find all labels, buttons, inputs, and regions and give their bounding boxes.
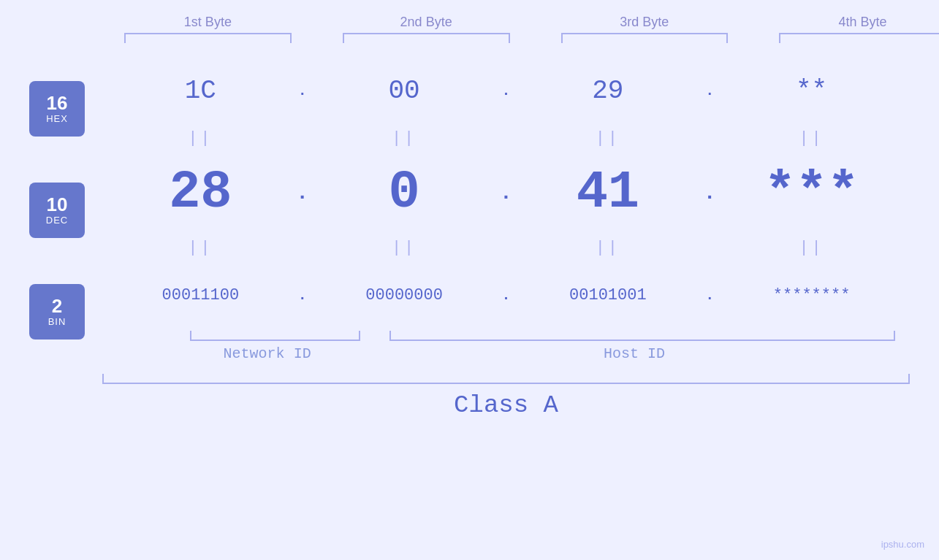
hex-byte-3: 29 (517, 76, 699, 106)
byte-headers: 1st Byte 2nd Byte 3rd Byte 4th Byte (80, 15, 939, 43)
hex-badge: 16 HEX (29, 81, 85, 137)
hex-byte-1: 1C (110, 76, 292, 106)
bracket-top-3 (561, 33, 729, 43)
dec-byte-1: 28 (110, 163, 292, 223)
hex-row: 1C . 00 . 29 . ** (102, 58, 910, 123)
main-container: 1st Byte 2nd Byte 3rd Byte 4th Byte 16 H… (0, 0, 939, 560)
byte-header-4: 4th Byte (764, 15, 939, 43)
dot-hex-3: . (699, 83, 721, 99)
dec-byte-4: *** (721, 163, 902, 223)
bin-byte-4: ******** (721, 286, 902, 304)
dot-dec-2: . (495, 182, 517, 204)
dot-bin-3: . (699, 287, 721, 304)
equal-2-1: || (110, 239, 292, 257)
watermark: ipshu.com (881, 539, 924, 550)
dec-byte-3: 41 (517, 163, 699, 223)
bin-byte-1: 00011100 (110, 286, 292, 304)
bracket-host (389, 331, 895, 341)
left-labels: 16 HEX 10 DEC 2 BIN (29, 58, 102, 362)
dec-byte-2: 0 (313, 163, 495, 223)
equal-1-1: || (110, 129, 292, 147)
dot-bin-1: . (292, 287, 313, 304)
equal-2-4: || (721, 239, 902, 257)
content-cols: 1C . 00 . 29 . ** || || || || 28 (102, 58, 910, 362)
equal-1-2: || (313, 129, 495, 147)
bin-byte-3: 00101001 (517, 286, 699, 304)
equal-1-3: || (517, 129, 699, 147)
bracket-network (190, 331, 360, 341)
full-bracket (102, 374, 910, 384)
rows-area: 16 HEX 10 DEC 2 BIN 1C . 00 . 29 . ** (29, 58, 910, 362)
bin-row: 00011100 . 00000000 . 00101001 . *******… (102, 262, 910, 328)
bracket-top-4 (779, 33, 939, 43)
hex-byte-4: ** (721, 76, 902, 106)
dec-row: 28 . 0 . 41 . *** (102, 153, 910, 233)
dot-dec-1: . (292, 182, 313, 204)
dot-bin-2: . (495, 287, 517, 304)
dot-dec-3: . (699, 182, 721, 204)
equal-1-4: || (721, 129, 902, 147)
network-id-label: Network ID (175, 345, 359, 362)
equal-row-1: || || || || (102, 123, 910, 153)
equal-2-3: || (517, 239, 699, 257)
byte-header-1: 1st Byte (110, 15, 306, 43)
bracket-top-2 (343, 33, 510, 43)
equal-row-2: || || || || (102, 233, 910, 262)
bin-badge: 2 BIN (29, 284, 85, 340)
bracket-labels: Network ID Host ID (175, 345, 910, 362)
bracket-top-1 (124, 33, 292, 43)
byte-header-3: 3rd Byte (547, 15, 743, 43)
dot-hex-2: . (495, 83, 517, 99)
dot-hex-1: . (292, 83, 313, 99)
class-label: Class A (102, 391, 910, 419)
hex-byte-2: 00 (313, 76, 495, 106)
bottom-brackets (175, 331, 910, 341)
host-id-label: Host ID (359, 345, 910, 362)
byte-header-2: 2nd Byte (328, 15, 525, 43)
equal-2-2: || (313, 239, 495, 257)
bin-byte-2: 00000000 (313, 286, 495, 304)
dec-badge: 10 DEC (29, 183, 85, 238)
